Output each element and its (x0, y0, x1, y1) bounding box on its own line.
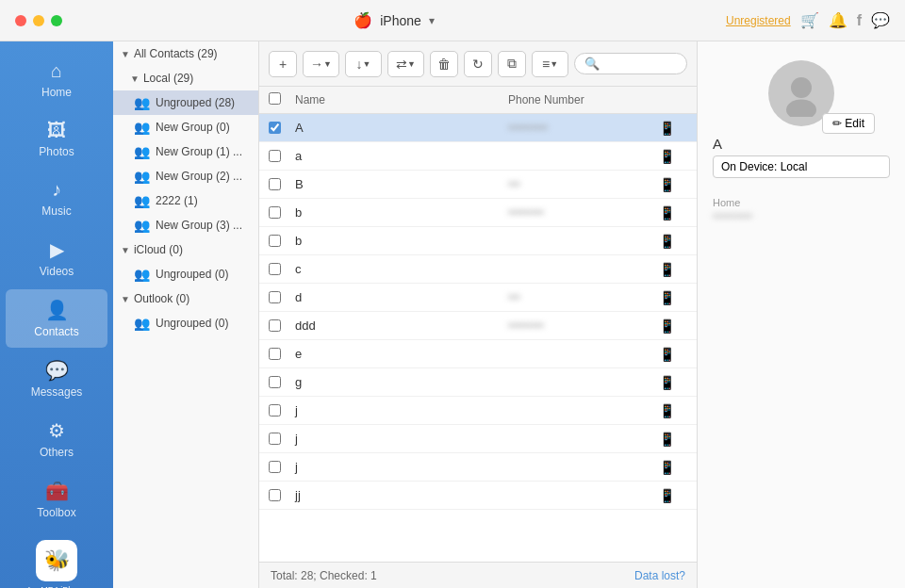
contact-row[interactable]: jj 📱 (259, 482, 697, 510)
icloud-header[interactable]: ▼ iCloud (0) (113, 237, 258, 262)
edit-button[interactable]: ✏ Edit (822, 113, 875, 134)
group-item-new-group-2[interactable]: 👥New Group (2) ... (113, 164, 258, 188)
group-icon: 👥 (134, 169, 150, 184)
contact-row[interactable]: b 📱 (259, 227, 697, 255)
contact-row[interactable]: A •••••••••• 📱 (259, 114, 697, 142)
contact-checkbox-cell[interactable] (269, 178, 295, 190)
transfer-button[interactable]: ⇄ ▼ (387, 51, 424, 77)
contact-checkbox[interactable] (269, 376, 281, 388)
add-button[interactable]: + (269, 51, 297, 77)
group-item-new-group-1[interactable]: 👥New Group (1) ... (113, 139, 258, 164)
contact-row[interactable]: B ••• 📱 (259, 171, 697, 199)
contact-checkbox-cell[interactable] (269, 461, 295, 473)
contact-checkbox-cell[interactable] (269, 122, 295, 134)
sidebar-item-home[interactable]: ⌂Home (6, 51, 107, 108)
contact-row[interactable]: ddd ••••••••• 📱 (259, 312, 697, 340)
sidebar: ⌂Home🖼Photos♪Music▶Videos👤Contacts💬Messa… (0, 41, 113, 588)
contact-checkbox-cell[interactable] (269, 291, 295, 303)
outlook-groups: 👥Ungrouped (0) (113, 311, 258, 335)
table-header: Name Phone Number (259, 87, 697, 114)
search-box[interactable]: 🔍 (574, 53, 687, 74)
gift-icon[interactable]: 🔔 (829, 11, 847, 29)
data-lost-link[interactable]: Data lost? (634, 569, 685, 582)
group-label: New Group (1) ... (156, 145, 242, 158)
contact-checkbox[interactable] (269, 348, 281, 360)
sidebar-item-videos[interactable]: ▶Videos (6, 229, 107, 287)
contact-checkbox[interactable] (269, 263, 281, 275)
device-select[interactable]: On Device: LocaliCloudOutlook (713, 155, 890, 178)
sidebar-label-videos: Videos (40, 265, 74, 278)
local-header[interactable]: ▼ Local (29) (113, 66, 258, 90)
contacts-list: A •••••••••• 📱 a 📱 B ••• 📱 b ••••••••• 📱… (259, 114, 697, 562)
group-item-group-2222[interactable]: 👥2222 (1) (113, 188, 258, 213)
contact-name: b (295, 205, 508, 220)
contact-checkbox-cell[interactable] (269, 235, 295, 247)
contact-checkbox-cell[interactable] (269, 376, 295, 388)
unregistered-link[interactable]: Unregistered (726, 14, 791, 27)
contact-checkbox-cell[interactable] (269, 319, 295, 332)
chat-icon[interactable]: 💬 (871, 11, 890, 29)
contact-checkbox[interactable] (269, 404, 281, 416)
contact-row[interactable]: b ••••••••• 📱 (259, 199, 697, 227)
dropdown-arrow[interactable]: ▾ (429, 14, 435, 27)
contact-row[interactable]: j 📱 (259, 425, 697, 453)
sidebar-item-photos[interactable]: 🖼Photos (6, 110, 107, 168)
contact-checkbox-cell[interactable] (269, 263, 295, 275)
group-item-new-group-0[interactable]: 👥New Group (0) (113, 115, 258, 139)
contact-checkbox-cell[interactable] (269, 404, 295, 416)
refresh-button[interactable]: ↻ (464, 51, 492, 77)
contact-checkbox-cell[interactable] (269, 206, 295, 219)
group-item-new-group-3[interactable]: 👥New Group (3) ... (113, 213, 258, 237)
group-item-ungrouped-outlook[interactable]: 👥Ungrouped (0) (113, 311, 258, 335)
all-contacts-header[interactable]: ▼ All Contacts (29) (113, 41, 258, 66)
device-icon: 📱 (659, 262, 687, 277)
maximize-button[interactable] (51, 15, 62, 26)
search-input[interactable] (604, 57, 680, 71)
select-all-checkbox[interactable] (269, 92, 281, 105)
sidebar-item-contacts[interactable]: 👤Contacts (6, 289, 107, 348)
contact-row[interactable]: a 📱 (259, 142, 697, 171)
sidebar-item-messages[interactable]: 💬Messages (6, 350, 107, 408)
sidebar-item-others[interactable]: ⚙Others (6, 410, 107, 468)
contact-checkbox[interactable] (269, 150, 281, 162)
contact-checkbox-cell[interactable] (269, 489, 295, 501)
group-label: Ungrouped (0) (156, 268, 228, 281)
more-button[interactable]: ≡ ▼ (532, 51, 568, 77)
copy-button[interactable]: ⧉ (498, 51, 526, 77)
contact-row[interactable]: c 📱 (259, 255, 697, 284)
contact-checkbox-cell[interactable] (269, 348, 295, 360)
contact-checkbox[interactable] (269, 319, 281, 332)
export-dropdown-icon: ▼ (362, 59, 370, 69)
phone-column-header: Phone Number (508, 93, 659, 106)
contact-row[interactable]: j 📱 (259, 453, 697, 482)
sidebar-item-music[interactable]: ♪Music (6, 170, 107, 227)
contact-checkbox[interactable] (269, 235, 281, 247)
contact-checkbox[interactable] (269, 461, 281, 473)
contact-checkbox[interactable] (269, 489, 281, 501)
contact-row[interactable]: g 📱 (259, 368, 697, 397)
group-item-ungrouped-icloud[interactable]: 👥Ungrouped (0) (113, 262, 258, 286)
device-icon: 📱 (659, 290, 687, 305)
facebook-icon[interactable]: f (857, 12, 862, 29)
contact-checkbox-cell[interactable] (269, 150, 295, 162)
cart-icon[interactable]: 🛒 (800, 11, 819, 29)
contact-checkbox-cell[interactable] (269, 433, 295, 445)
contact-checkbox[interactable] (269, 433, 281, 445)
contact-row[interactable]: j 📱 (259, 397, 697, 425)
contact-checkbox[interactable] (269, 291, 281, 303)
import-button[interactable]: → ▼ (303, 51, 339, 77)
delete-button[interactable]: 🗑 (430, 51, 458, 77)
close-button[interactable] (15, 15, 26, 26)
contact-checkbox[interactable] (269, 178, 281, 190)
outlook-header[interactable]: ▼ Outlook (0) (113, 286, 258, 311)
contact-row[interactable]: d ••• 📱 (259, 284, 697, 312)
contact-row[interactable]: e 📱 (259, 340, 697, 368)
export-button[interactable]: ↓ ▼ (345, 51, 382, 77)
traffic-lights (15, 15, 62, 26)
contact-checkbox[interactable] (269, 206, 281, 219)
sidebar-item-toolbox[interactable]: 🧰Toolbox (6, 470, 107, 529)
contact-checkbox[interactable] (269, 122, 281, 134)
minimize-button[interactable] (33, 15, 44, 26)
group-item-ungrouped-local[interactable]: 👥Ungrouped (28) (113, 90, 258, 115)
avatar-image (778, 70, 825, 117)
